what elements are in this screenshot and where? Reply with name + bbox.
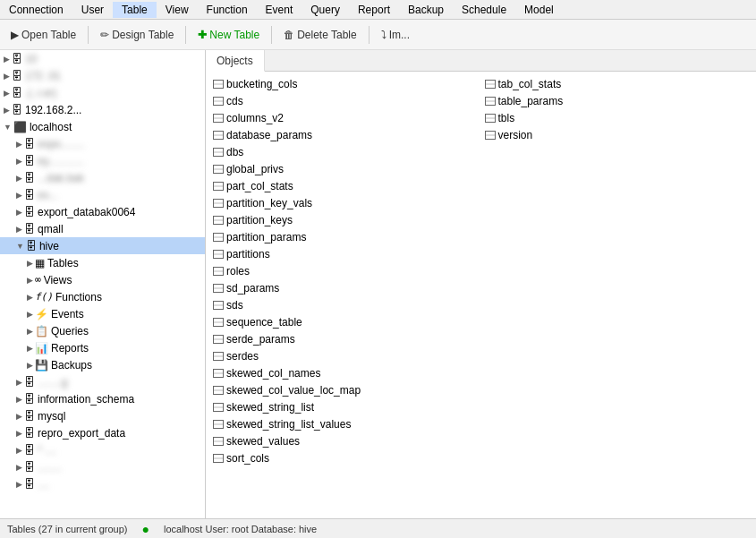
- db-icon: 🗄: [24, 138, 35, 150]
- menu-function[interactable]: Function: [198, 2, 257, 18]
- sidebar-item-localhost[interactable]: ▼ ⬛ localhost: [0, 118, 205, 135]
- list-item[interactable]: table_params: [481, 92, 753, 109]
- sidebar-item-10[interactable]: ▶ 🗄 10: [0, 50, 205, 67]
- sidebar-item-information-schema[interactable]: ▶ 🗄 information_schema: [0, 390, 205, 407]
- table-icon: [213, 233, 224, 242]
- menu-bar: Connection User Table View Function Even…: [0, 0, 756, 20]
- sidebar-item-backups[interactable]: ▶ 💾 Backups: [0, 356, 205, 373]
- menu-connection[interactable]: Connection: [0, 2, 72, 18]
- db-icon: 🗄: [24, 155, 35, 167]
- expand-icon: ▶: [16, 429, 22, 438]
- list-item[interactable]: columns_v2: [209, 109, 481, 126]
- design-table-icon: ✏: [100, 29, 109, 41]
- table-icon: [213, 114, 224, 123]
- table-icon: [213, 369, 224, 378]
- sidebar-item-blurred4[interactable]: ▶ 🗄 ....: [0, 475, 205, 492]
- sidebar-item-blurred1[interactable]: ▶ 🗄 ........g: [0, 373, 205, 390]
- sidebar-item-ex[interactable]: ▶ 🗄 ex...: [0, 186, 205, 203]
- list-item[interactable]: skewed_string_list_values: [209, 415, 481, 432]
- sidebar-item-export-db[interactable]: ▶ 🗄 export_databak0064: [0, 203, 205, 220]
- list-item[interactable]: sds: [209, 296, 481, 313]
- list-item[interactable]: sort_cols: [209, 449, 481, 466]
- list-item[interactable]: bucketing_cols: [209, 75, 481, 92]
- delete-table-button[interactable]: 🗑 Delete Table: [276, 26, 364, 44]
- menu-query[interactable]: Query: [302, 2, 349, 18]
- menu-backup[interactable]: Backup: [399, 2, 453, 18]
- list-item[interactable]: sequence_table: [209, 313, 481, 330]
- menu-schedule[interactable]: Schedule: [453, 2, 515, 18]
- expand-icon: ▶: [16, 378, 22, 387]
- sidebar-item-ey[interactable]: ▶ 🗄 ey............: [0, 152, 205, 169]
- list-item[interactable]: version: [481, 126, 753, 143]
- list-item[interactable]: part_col_stats: [209, 177, 481, 194]
- menu-user[interactable]: User: [72, 2, 113, 18]
- db-icon: 🗄: [12, 87, 22, 99]
- table-icon: [213, 131, 224, 140]
- list-item[interactable]: partition_params: [209, 228, 481, 245]
- import-button[interactable]: ⤵ Im...: [374, 26, 417, 44]
- sidebar-item-expo[interactable]: ▶ 🗄 expo........: [0, 135, 205, 152]
- list-item[interactable]: serdes: [209, 347, 481, 364]
- menu-table[interactable]: Table: [113, 2, 157, 18]
- expand-icon: ▶: [27, 293, 33, 302]
- sidebar-item-blurred2[interactable]: ▶ 🗄 * ....: [0, 441, 205, 458]
- db-icon: 🗄: [24, 206, 35, 218]
- db-icon: 🗄: [12, 53, 22, 65]
- design-table-button[interactable]: ✏ Design Table: [93, 26, 181, 44]
- toolbar-separator-3: [271, 26, 272, 44]
- sidebar-item-repro[interactable]: ▶ 🗄 repro_export_data: [0, 424, 205, 441]
- table-icon: [213, 250, 224, 259]
- sidebar-item-views[interactable]: ▶ ∞ Views: [0, 271, 205, 288]
- sidebar-item-qmall[interactable]: ▶ 🗄 qmall: [0, 220, 205, 237]
- list-item[interactable]: skewed_col_value_loc_map: [209, 381, 481, 398]
- expand-icon: ▼: [4, 123, 12, 132]
- db-icon: 🗄: [24, 172, 35, 184]
- list-item[interactable]: tbls: [481, 109, 753, 126]
- list-item[interactable]: database_params: [209, 126, 481, 143]
- list-item[interactable]: dbs: [209, 143, 481, 160]
- list-item[interactable]: skewed_col_names: [209, 364, 481, 381]
- table-icon: [213, 97, 224, 106]
- expand-icon: ▶: [16, 463, 22, 472]
- tab-objects[interactable]: Objects: [206, 50, 265, 72]
- open-table-button[interactable]: ▶ Open Table: [4, 26, 83, 44]
- sidebar-item-blurred3[interactable]: ▶ 🗄 ........: [0, 458, 205, 475]
- sidebar-item-addr[interactable]: ▶ 🗄 .(..r.er): [0, 84, 205, 101]
- list-item[interactable]: partitions: [209, 245, 481, 262]
- menu-model[interactable]: Model: [515, 2, 563, 18]
- sidebar-item-reports[interactable]: ▶ 📊 Reports: [0, 339, 205, 356]
- sidebar-item-functions[interactable]: ▶ f() Functions: [0, 288, 205, 305]
- list-item[interactable]: roles: [209, 262, 481, 279]
- views-icon: ∞: [35, 274, 41, 286]
- list-item[interactable]: serde_params: [209, 330, 481, 347]
- new-table-button[interactable]: ✚ New Table: [191, 26, 267, 44]
- sidebar-item-queries[interactable]: ▶ 📋 Queries: [0, 322, 205, 339]
- sidebar-item-events[interactable]: ▶ ⚡ Events: [0, 305, 205, 322]
- table-icon: [213, 386, 224, 395]
- expand-icon: ▶: [16, 208, 22, 217]
- sidebar-item-192[interactable]: ▶ 🗄 192.168.2...: [0, 101, 205, 118]
- db-icon: 🗄: [24, 223, 35, 235]
- expand-icon: ▶: [4, 55, 10, 64]
- sidebar-item-hive[interactable]: ▼ 🗄 hive: [0, 237, 205, 254]
- sidebar-item-tables[interactable]: ▶ ▦ Tables: [0, 254, 205, 271]
- list-item[interactable]: sd_params: [209, 279, 481, 296]
- list-item[interactable]: global_privs: [209, 160, 481, 177]
- sidebar-item-dak[interactable]: ▶ 🗄 ...dak.bak: [0, 169, 205, 186]
- right-panel: Objects bucketing_cols cds columns_v2 da…: [206, 50, 756, 518]
- list-item[interactable]: partition_keys: [209, 211, 481, 228]
- list-item[interactable]: skewed_string_list: [209, 398, 481, 415]
- list-item[interactable]: partition_key_vals: [209, 194, 481, 211]
- open-table-icon: ▶: [11, 29, 19, 41]
- table-icon: [213, 318, 224, 327]
- sidebar-item-mysql[interactable]: ▶ 🗄 mysql: [0, 407, 205, 424]
- list-item[interactable]: skewed_values: [209, 432, 481, 449]
- reports-icon: 📊: [35, 342, 48, 354]
- table-icon: [213, 335, 224, 344]
- list-item[interactable]: tab_col_stats: [481, 75, 753, 92]
- list-item[interactable]: cds: [209, 92, 481, 109]
- menu-report[interactable]: Report: [349, 2, 399, 18]
- menu-event[interactable]: Event: [257, 2, 302, 18]
- menu-view[interactable]: View: [157, 2, 198, 18]
- sidebar-item-172[interactable]: ▶ 🗄 172 .01: [0, 67, 205, 84]
